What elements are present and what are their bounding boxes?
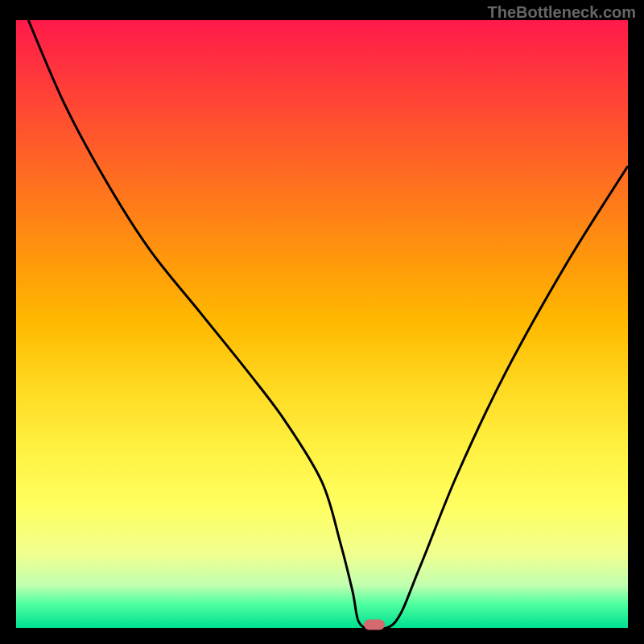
watermark-text: TheBottleneck.com [488, 3, 636, 22]
bottleneck-curve [28, 20, 628, 628]
curve-svg [16, 20, 628, 628]
optimum-marker [364, 620, 385, 630]
plot-area [16, 20, 628, 628]
chart-container: TheBottleneck.com [0, 0, 644, 644]
